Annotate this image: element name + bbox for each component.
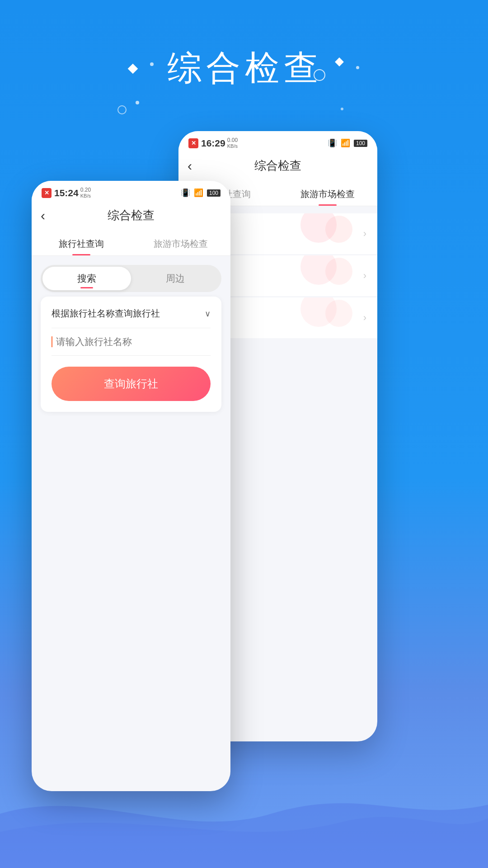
sparkle-diamond-left <box>127 63 138 74</box>
header-title-front: 综合检查 <box>108 208 155 223</box>
dropdown-label: 根据旅行社名称查询旅行社 <box>52 307 160 320</box>
dot-bottom-left <box>136 101 139 104</box>
page-title: 综合检查 <box>167 45 323 92</box>
sub-tabs-container: 搜索 周边 <box>32 256 230 297</box>
agency-name-input[interactable] <box>56 336 211 347</box>
tab-travel-agency-front[interactable]: 旅行社查询 <box>32 231 131 255</box>
back-arrow-back[interactable]: ‹ <box>188 158 192 174</box>
title-area: 综合检查 <box>0 45 488 114</box>
tabs-front: 旅行社查询 旅游市场检查 <box>32 231 230 256</box>
search-button[interactable]: 查询旅行社 <box>52 367 211 401</box>
input-cursor <box>52 336 52 347</box>
speed-front: 0.20 KB/s <box>80 187 91 198</box>
dot-bottom-right <box>341 108 343 110</box>
circle-outline-bottom <box>117 105 127 114</box>
status-x-icon-front: ✕ <box>42 188 52 198</box>
dropdown-arrow-icon: ∨ <box>205 309 211 319</box>
wifi-icon-back: 📶 <box>341 138 350 148</box>
status-bar-front: ✕ 15:24 0.20 KB/s 📳 📶 100 <box>32 181 230 203</box>
sub-tab-search[interactable]: 搜索 <box>42 267 131 290</box>
app-header-front: ‹ 综合检查 <box>32 203 230 231</box>
speed-back: 0.00 KB/s <box>227 137 238 149</box>
tab-market-front[interactable]: 旅游市场检查 <box>131 231 230 255</box>
back-arrow-front[interactable]: ‹ <box>41 208 45 223</box>
status-time-front: 15:24 <box>54 188 79 198</box>
tab-market-back[interactable]: 旅游市场检查 <box>278 181 377 206</box>
wifi-icon-front: 📶 <box>194 188 203 198</box>
search-input-row[interactable] <box>52 336 211 356</box>
vibrate-icon-back: 📳 <box>328 138 337 148</box>
phone-content-area <box>32 421 230 737</box>
dropdown-row[interactable]: 根据旅行社名称查询旅行社 ∨ <box>52 307 211 328</box>
market-item-1-arrow: › <box>363 228 366 240</box>
status-icons-front: 📳 📶 100 <box>181 188 221 198</box>
dot-left <box>150 62 154 66</box>
market-item-3-arrow: › <box>363 312 366 324</box>
status-icons-back: 📳 📶 100 <box>328 138 367 148</box>
sub-tab-nearby[interactable]: 周边 <box>131 267 220 290</box>
search-card: 根据旅行社名称查询旅行社 ∨ 查询旅行社 <box>41 297 221 412</box>
battery-icon-front: 100 <box>207 189 221 197</box>
phone-front: ✕ 15:24 0.20 KB/s 📳 📶 100 ‹ 综合检查 旅行社查询 <box>32 181 230 791</box>
phones-container: ✕ 16:29 0.00 KB/s 📳 📶 100 ‹ 综合检查 旅行社查询 <box>0 131 488 809</box>
battery-icon-back: 100 <box>354 140 367 147</box>
sparkle-diamond-right <box>335 57 344 66</box>
market-item-2-arrow: › <box>363 270 366 282</box>
circle-outline-top <box>314 69 325 81</box>
header-title-back: 综合检查 <box>254 158 301 174</box>
status-bar-back: ✕ 16:29 0.00 KB/s 📳 📶 100 <box>178 131 377 153</box>
dot-right <box>356 66 359 69</box>
vibrate-icon-front: 📳 <box>181 188 190 198</box>
status-time-back: 16:29 <box>201 138 225 148</box>
app-header-back: ‹ 综合检查 <box>178 153 377 181</box>
status-x-icon-back: ✕ <box>188 138 198 148</box>
